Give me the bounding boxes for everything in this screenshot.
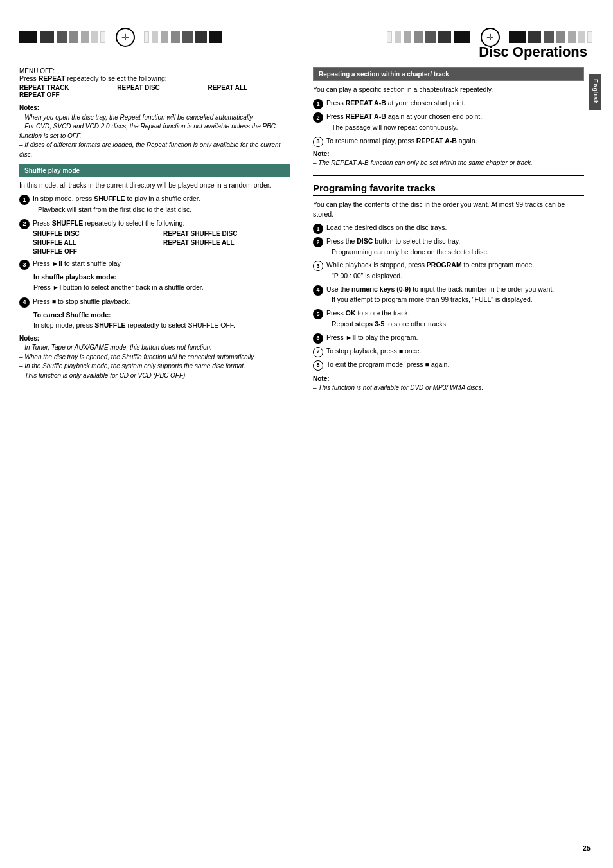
menu-off-label: MENU OFF: (19, 67, 290, 75)
repeat-items: REPEAT TRACK REPEAT DISC REPEAT ALL REPE… (19, 84, 290, 98)
menu-off-section: MENU OFF: Press REPEAT repeatedly to sel… (19, 67, 290, 98)
step-content-3: Press ►II to start shuffle play. (33, 259, 290, 269)
prog-step-4: 4 Use the numeric keys (0-9) to input th… (313, 285, 584, 306)
repeat-notes: Notes: – When you open the disc tray, th… (19, 103, 290, 159)
prog-step-sub-4: If you attempt to program more than 99 t… (326, 295, 584, 305)
border-bottom (12, 856, 601, 856)
step-num-3: 3 (19, 260, 30, 270)
shuffle-step-1: 1 In stop mode, press SHUFFLE to play in… (19, 194, 290, 215)
note-1: – When you open the disc tray, the Repea… (19, 114, 254, 121)
deco-seg (395, 31, 401, 43)
step-num-1: 1 (19, 195, 30, 205)
deco-seg (414, 31, 423, 43)
shuffle-note-4: – This function is only available for CD… (19, 372, 187, 379)
border-left (12, 12, 12, 856)
deco-seg (568, 31, 576, 43)
left-column: MENU OFF: Press REPEAT repeatedly to sel… (19, 67, 297, 846)
step-content-1: In stop mode, press SHUFFLE to play in a… (33, 194, 290, 215)
deco-seg (425, 31, 436, 43)
deco-seg (19, 31, 37, 43)
repeat-note-text: – The REPEAT A-B function can only be se… (313, 159, 533, 166)
shuffle-step-2: 2 Press SHUFFLE repeatedly to select the… (19, 218, 290, 257)
notes-label: Notes: (19, 104, 39, 111)
content-area: MENU OFF: Press REPEAT repeatedly to sel… (19, 67, 584, 846)
border-top (12, 12, 601, 12)
page-title: Disc Operations (479, 44, 587, 60)
prog-note-text: – This function is not available for DVD… (313, 384, 483, 391)
note-3: – If discs of different formats are load… (19, 141, 280, 158)
deco-seg (438, 31, 451, 43)
step-content-4: Press ■ to stop shuffle playback. (33, 297, 290, 306)
repeat-disc: REPEAT DISC (117, 84, 202, 91)
deco-seg (404, 31, 411, 43)
deco-seg (40, 31, 54, 43)
repeat-note: Note: – The REPEAT A-B function can only… (313, 150, 584, 168)
prog-step-sub-3: "P 00 : 00" is displayed. (326, 271, 584, 281)
repeat-off: REPEAT OFF (19, 91, 112, 98)
prog-step-6: 6 Press ►II to play the program. (313, 333, 584, 344)
prog-step-num-4: 4 (313, 285, 323, 296)
prog-step-2: 2 Press the DISC button to select the di… (313, 236, 584, 258)
prog-step-num-3: 3 (313, 261, 323, 271)
cancel-text: In stop mode, press SHUFFLE repeatedly t… (33, 321, 290, 330)
prog-step-sub-5: Repeat steps 3-5 to store other tracks. (326, 319, 584, 329)
repeat-step-1: 1 Press REPEAT A-B at your chosen start … (313, 98, 584, 109)
deco-seg (69, 31, 78, 43)
compass-icon: ✛ (116, 28, 135, 47)
prog-step-num-8: 8 (313, 360, 323, 371)
prog-step-content-5: Press OK to store the track. Repeat step… (326, 308, 584, 330)
shuffle-grid: SHUFFLE DISCREPEAT SHUFFLE DISC SHUFFLE … (33, 229, 290, 256)
repeat-step-2: 2 Press REPEAT A-B again at your chosen … (313, 112, 584, 133)
shuffle-note-3: – In the Shuffle playback mode, the syst… (19, 362, 245, 369)
shuffle-playback-header: In shuffle playback mode: (33, 273, 290, 281)
prog-step-5: 5 Press OK to store the track. Repeat st… (313, 308, 584, 330)
step-num-2: 2 (19, 219, 30, 229)
shuffle-intro: In this mode, all tracks in the current … (19, 181, 290, 190)
prog-step-3: 3 While playback is stopped, press PROGR… (313, 260, 584, 281)
repeat-step-num-1: 1 (313, 99, 323, 109)
deco-seg (509, 31, 526, 43)
step-sub-1: Playback will start from the first disc … (33, 205, 290, 215)
prog-heading: Programing favorite tracks (313, 182, 584, 196)
prog-step-num-6: 6 (313, 333, 323, 344)
prog-step-sub-2: Programming can only be done on the sele… (326, 247, 584, 257)
prog-step-7: 7 To stop playback, press ■ once. (313, 346, 584, 357)
deco-seg (100, 31, 105, 43)
deco-seg (209, 31, 222, 43)
deco-seg (152, 31, 158, 43)
page-number: 25 (583, 844, 591, 852)
prog-step-content-8: To exit the program mode, press ■ again. (326, 360, 584, 369)
shuffle-header: Shuffle play mode (19, 164, 290, 177)
shuffle-step-4: 4 Press ■ to stop shuffle playback. (19, 297, 290, 308)
shuffle-note-2: – When the disc tray is opened, the Shuf… (19, 353, 255, 360)
prog-step-content-2: Press the DISC button to select the disc… (326, 236, 584, 258)
shuffle-step-3: 3 Press ►II to start shuffle play. (19, 259, 290, 270)
prog-step-content-3: While playback is stopped, press PROGRAM… (326, 260, 584, 281)
deco-seg (171, 31, 180, 43)
repeat-section-intro: You can play a specific section in a cha… (313, 85, 584, 94)
prog-step-content-4: Use the numeric keys (0-9) to input the … (326, 285, 584, 306)
deco-seg (195, 31, 207, 43)
deco-seg (544, 31, 554, 43)
prog-intro: You can play the contents of the disc in… (313, 200, 584, 219)
prog-step-num-5: 5 (313, 309, 323, 319)
deco-seg (182, 31, 193, 43)
deco-seg (556, 31, 565, 43)
english-tab: English (589, 74, 601, 110)
repeat-track: REPEAT TRACK (19, 84, 112, 91)
step-num-4: 4 (19, 297, 30, 308)
prog-step-num-7: 7 (313, 347, 323, 357)
shuffle-notes: Notes: – In Tuner, Tape or AUX/GAME mode… (19, 334, 290, 381)
prog-note: Note: – This function is not available f… (313, 375, 584, 393)
repeat-step-content-2: Press REPEAT A-B again at your chosen en… (326, 112, 584, 133)
step-content-2: Press SHUFFLE repeatedly to select the f… (33, 218, 290, 257)
cancel-header: To cancel Shuffle mode: (33, 311, 290, 319)
repeat-all: REPEAT ALL (208, 84, 290, 91)
right-column: Repeating a section within a chapter/ tr… (310, 67, 584, 846)
menu-off-text: Press REPEAT repeatedly to select the fo… (19, 75, 290, 82)
deco-bar-left: ✛ (19, 28, 224, 47)
repeat-step-content-1: Press REPEAT A-B at your chosen start po… (326, 98, 584, 108)
deco-seg (387, 31, 392, 43)
prog-step-content-1: Load the desired discs on the disc trays… (326, 223, 584, 233)
section-divider (313, 175, 584, 176)
